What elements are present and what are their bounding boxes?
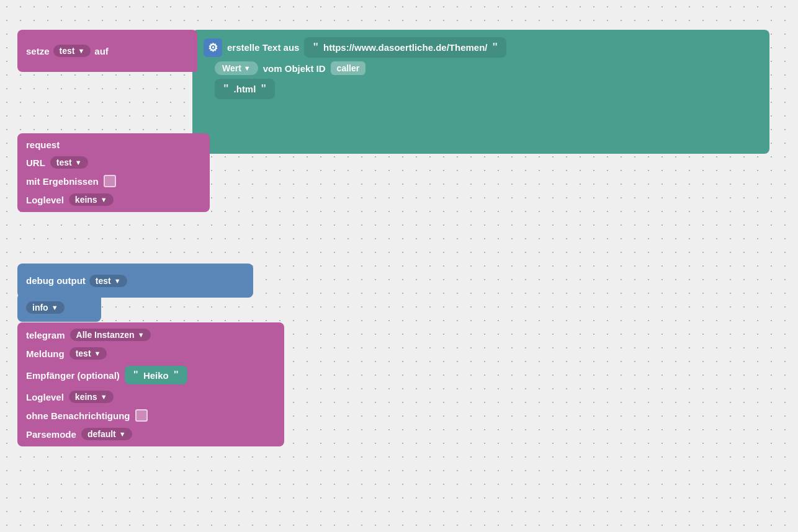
empfaenger-label: Empfänger (optional) (26, 370, 120, 381)
info-label: info (32, 303, 48, 313)
telegram-loglevel-arrow: ▼ (101, 393, 107, 401)
url-value: https://www.dasoertliche.de/Themen/ (323, 42, 488, 53)
erstelle-row2: Wert ▼ vom Objekt ID caller (215, 61, 769, 75)
meldung-var-label: test (76, 348, 91, 358)
heiko-badge: " Heiko " (125, 366, 187, 384)
instanz-pill[interactable]: Alle Instanzen ▼ (70, 329, 151, 341)
gear-icon: ⚙ (204, 38, 222, 57)
suffix-string-badge: " .html " (215, 79, 275, 99)
erstelle-row1: ⚙ erstelle Text aus " https://www.dasoer… (204, 37, 758, 58)
setze-var-pill[interactable]: test ▼ (53, 45, 91, 57)
parsemode-arrow: ▼ (119, 430, 126, 438)
info-pill[interactable]: info ▼ (26, 301, 65, 314)
url-string-badge: " https://www.dasoertliche.de/Themen/ " (304, 37, 506, 58)
heiko-q-close: " (174, 369, 179, 381)
request-var-arrow: ▼ (75, 159, 82, 166)
parsemode-value: default (87, 429, 116, 439)
url-quote-open: " (313, 41, 318, 54)
debug-var-arrow: ▼ (114, 277, 121, 285)
block-setze: setze test ▼ auf (17, 30, 197, 72)
debug-var-pill[interactable]: test ▼ (89, 275, 127, 287)
wert-arrow: ▼ (244, 64, 251, 72)
ohne-row: ohne Benachrichtigung (26, 409, 276, 422)
telegram-title-row: telegram Alle Instanzen ▼ (26, 329, 276, 341)
loglevel-arrow: ▼ (101, 196, 107, 203)
request-label: request (26, 140, 60, 150)
ohne-checkbox[interactable] (135, 409, 148, 422)
request-mit-row: mit Ergebnissen (26, 175, 201, 187)
parsemode-label: Parsemode (26, 429, 76, 440)
loglevel-label: Loglevel (26, 195, 64, 205)
instanz-arrow: ▼ (138, 331, 145, 339)
instanz-value: Alle Instanzen (76, 330, 135, 340)
telegram-label: telegram (26, 330, 65, 340)
parsemode-row: Parsemode default ▼ (26, 428, 276, 440)
request-loglevel-row: Loglevel keins ▼ (26, 193, 201, 206)
auf-label: auf (94, 46, 109, 56)
wert-pill[interactable]: Wert ▼ (215, 61, 258, 75)
request-url-row: URL test ▼ (26, 156, 201, 169)
request-var-pill[interactable]: test ▼ (50, 156, 88, 169)
telegram-loglevel-pill[interactable]: keins ▼ (69, 391, 114, 403)
block-info: info ▼ (17, 293, 101, 322)
block-erstelle: ⚙ erstelle Text aus " https://www.dasoer… (192, 30, 769, 154)
block-telegram: telegram Alle Instanzen ▼ Meldung test ▼… (17, 322, 284, 446)
debug-var-label: test (96, 276, 111, 286)
erstelle-label: erstelle Text aus (227, 42, 299, 53)
objekt-id-label: vom Objekt ID (263, 63, 326, 74)
block-request: request URL test ▼ mit Ergebnissen Logle… (17, 133, 210, 212)
suffix-quote-open: " (223, 82, 229, 95)
erstelle-row3: " .html " (215, 79, 769, 99)
meldung-row: Meldung test ▼ (26, 347, 276, 360)
url-label: URL (26, 157, 45, 168)
url-quote-close: " (493, 41, 498, 54)
meldung-label: Meldung (26, 348, 65, 359)
setze-label: setze (26, 46, 50, 56)
setze-var-arrow: ▼ (78, 47, 84, 55)
block-debug: debug output test ▼ (17, 264, 253, 298)
empfaenger-row: Empfänger (optional) " Heiko " (26, 366, 276, 384)
telegram-loglevel-row: Loglevel keins ▼ (26, 391, 276, 403)
loglevel-pill[interactable]: keins ▼ (69, 193, 114, 206)
meldung-var-pill[interactable]: test ▼ (69, 347, 107, 360)
heiko-q-open: " (133, 369, 138, 381)
suffix-value: .html (234, 84, 256, 94)
meldung-var-arrow: ▼ (94, 350, 101, 357)
suffix-quote-close: " (261, 82, 266, 95)
telegram-loglevel-label: Loglevel (26, 392, 64, 402)
debug-label: debug output (26, 275, 86, 286)
heiko-value: Heiko (143, 370, 169, 381)
request-var-label: test (56, 157, 72, 167)
mit-label: mit Ergebnissen (26, 176, 99, 187)
ohne-label: ohne Benachrichtigung (26, 410, 130, 421)
mit-checkbox[interactable] (104, 175, 116, 187)
request-title-row: request (26, 140, 201, 150)
info-arrow: ▼ (52, 304, 58, 311)
loglevel-value: keins (75, 195, 97, 205)
parsemode-pill[interactable]: default ▼ (81, 428, 132, 440)
telegram-loglevel-value: keins (75, 392, 97, 402)
caller-badge: caller (331, 61, 366, 75)
setze-var-label: test (60, 46, 75, 56)
wert-label: Wert (222, 63, 241, 73)
